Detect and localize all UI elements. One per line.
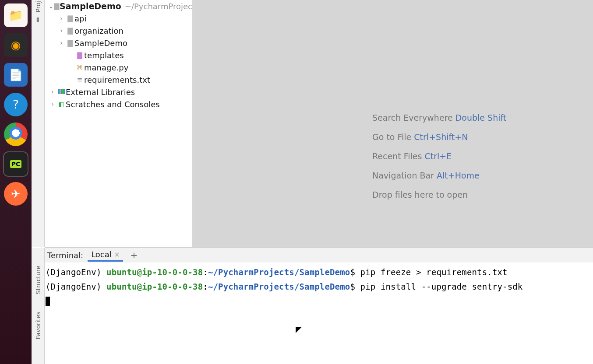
chevron-right-icon[interactable]: › — [57, 39, 66, 46]
toolwindow-favorites-label[interactable]: Favorites — [35, 312, 42, 339]
terminal-body[interactable]: (DjangoEnv) ubuntu@ip-10-0-0-38:~/Pychar… — [45, 262, 593, 364]
tree-label: templates — [84, 51, 124, 60]
launcher-chrome[interactable] — [4, 122, 28, 146]
toolwindow-structure-label[interactable]: Structure — [35, 266, 42, 294]
tree-scratches[interactable]: › ◧ Scratches and Consoles — [45, 98, 192, 110]
tree-external-libraries[interactable]: › External Libraries — [45, 86, 192, 98]
folder-icon: ▇ — [75, 51, 84, 59]
toolwindow-bottom-gutter: Structure Favorites — [32, 248, 45, 364]
external-libraries-icon — [57, 88, 66, 96]
hint-recent: Recent Files Ctrl+E — [372, 151, 506, 161]
pycharm-window: Proj ▮ ⌄ ▇ SampleDemo ~/PycharmProjec › … — [32, 0, 593, 364]
launcher-postman[interactable]: ✈ — [4, 182, 28, 206]
editor-empty-area[interactable]: Search Everywhere Double Shift Go to Fil… — [193, 0, 593, 247]
terminal-tabs: Terminal: Local × + — [45, 248, 593, 262]
folder-icon: ▇ — [66, 27, 74, 35]
folder-icon: ▇ — [66, 14, 74, 22]
launcher-files[interactable]: 📁 — [4, 4, 28, 27]
python-file-icon: ⌘ — [75, 63, 84, 71]
scratches-icon: ◧ — [57, 101, 66, 108]
terminal-line: (DjangoEnv) ubuntu@ip-10-0-0-38:~/Pychar… — [46, 265, 592, 280]
terminal-panel: Terminal: Local × + (DjangoEnv) ubuntu@i… — [45, 247, 593, 364]
launcher-pycharm[interactable] — [4, 152, 28, 176]
launcher-writer[interactable]: 📄 — [4, 63, 28, 87]
root-name: SampleDemo — [60, 1, 121, 11]
tree-label: Scratches and Consoles — [66, 100, 160, 109]
chevron-down-icon[interactable]: ⌄ — [48, 3, 54, 10]
tree-item-manage-py[interactable]: ⌘ manage.py — [45, 61, 192, 74]
folder-icon: ▇ — [66, 39, 74, 47]
root-path: ~/PycharmProjec — [125, 2, 192, 11]
text-file-icon: ≡ — [75, 76, 84, 84]
project-tree[interactable]: ⌄ ▇ SampleDemo ~/PycharmProjec › ▇ api ›… — [45, 0, 193, 247]
tree-item-sampledemo[interactable]: › ▇ SampleDemo — [45, 37, 192, 49]
tree-item-templates[interactable]: ▇ templates — [45, 49, 192, 61]
chevron-right-icon[interactable]: › — [57, 15, 66, 22]
launcher-help[interactable]: ? — [4, 93, 28, 116]
welcome-hints: Search Everywhere Double Shift Go to Fil… — [372, 113, 506, 200]
toolwindow-left-gutter: Proj ▮ — [32, 0, 45, 247]
hint-search: Search Everywhere Double Shift — [372, 113, 506, 122]
tree-label: requirements.txt — [84, 75, 150, 84]
close-icon[interactable]: × — [114, 251, 120, 259]
tree-label: manage.py — [84, 63, 128, 72]
folder-icon: ▇ — [54, 2, 60, 10]
tree-item-requirements[interactable]: ≡ requirements.txt — [45, 74, 192, 86]
toolwindow-project-label[interactable]: Proj — [35, 1, 42, 12]
chevron-right-icon[interactable]: › — [57, 27, 66, 34]
terminal-add-tab[interactable]: + — [127, 250, 140, 260]
terminal-line: (DjangoEnv) ubuntu@ip-10-0-0-38:~/Pychar… — [46, 280, 592, 294]
ide-upper-area: Proj ▮ ⌄ ▇ SampleDemo ~/PycharmProjec › … — [32, 0, 593, 247]
terminal-tab-local[interactable]: Local × — [88, 248, 123, 262]
tree-item-api[interactable]: › ▇ api — [45, 12, 192, 24]
hint-drop: Drop files here to open — [372, 190, 506, 200]
chevron-right-icon[interactable]: › — [48, 101, 57, 108]
chevron-right-icon[interactable]: › — [48, 88, 57, 95]
tree-label: External Libraries — [66, 88, 135, 97]
tree-label: SampleDemo — [74, 38, 127, 48]
tree-label: organization — [74, 26, 124, 35]
terminal-tab-label: Local — [91, 250, 112, 259]
tree-label: api — [74, 14, 86, 23]
folder-icon: ▮ — [36, 16, 40, 23]
terminal-title: Terminal: — [47, 251, 83, 260]
hint-nav: Navigation Bar Alt+Home — [372, 171, 506, 180]
ubuntu-launcher: 📁 ◉ 📄 ? ✈ — [0, 0, 32, 364]
hint-goto: Go to File Ctrl+Shift+N — [372, 132, 506, 142]
terminal-cursor — [46, 297, 50, 306]
launcher-rhythmbox[interactable]: ◉ — [4, 33, 28, 57]
tree-root[interactable]: ⌄ ▇ SampleDemo ~/PycharmProjec — [45, 0, 192, 12]
tree-item-organization[interactable]: › ▇ organization — [45, 24, 192, 37]
